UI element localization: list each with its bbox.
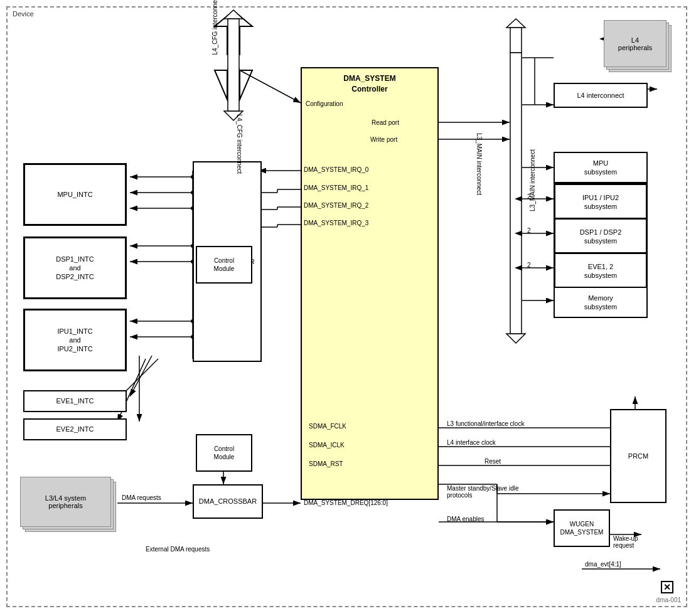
svg-marker-4: [215, 11, 252, 55]
svg-marker-16: [506, 334, 525, 343]
config-port-label: Configuration: [306, 100, 343, 107]
num2-ipu-label: 2: [527, 193, 531, 200]
control-module-top-block: Control Module: [196, 246, 252, 284]
l4-intf-clock-label: L4 interface clock: [447, 439, 496, 446]
irq3-label: DMA_SYSTEM_IRQ_3: [304, 220, 368, 226]
dreq-label: DMA_SYSTEM_DREQ[126:0]: [304, 499, 388, 506]
svg-rect-10: [228, 48, 239, 70]
sdma-iclk-label: SDMA_ICLK: [309, 442, 345, 449]
wugen-block: WUGEN DMA_SYSTEM: [554, 509, 610, 547]
sdma-fclk-label: SDMA_FCLK: [309, 423, 346, 430]
eve-subsystem-block: EVE1, 2 subsystem: [554, 252, 648, 290]
read-port-label: Read port: [372, 119, 399, 126]
diagram-container: Device: [6, 6, 687, 607]
irq2-label: DMA_SYSTEM_IRQ_2: [304, 202, 368, 209]
irq0-label: DMA_SYSTEM_IRQ_0: [304, 166, 368, 173]
svg-marker-6: [224, 10, 243, 19]
memory-subsystem-block: Memory subsystem: [554, 287, 648, 318]
svg-marker-14: [506, 19, 525, 28]
reset-label: Reset: [485, 458, 501, 465]
dma-evt-label: dma_evt[4:1]: [585, 561, 621, 568]
svg-rect-15: [510, 28, 522, 53]
mpu-subsystem-block: MPU subsystem: [554, 152, 648, 183]
svg-rect-9: [228, 68, 239, 111]
master-standby-label: Master standby/Slave idle protocols: [447, 478, 519, 499]
eve2-intc-block: EVE2_INTC: [23, 418, 127, 440]
device-label: Device: [13, 10, 34, 18]
l4-cfg-label: L4_CFG interconnect: [211, 0, 218, 55]
control-module-bottom-block: Control Module: [196, 434, 252, 472]
svg-rect-17: [510, 53, 522, 334]
num2-eve-label: 2: [527, 262, 531, 268]
external-dma-label: External DMA requests: [146, 546, 210, 553]
prcm-block: PRCM: [610, 409, 667, 503]
l3-main-label: L3_MAIN interconnect: [529, 149, 536, 211]
l4-cfg-interconnect-rotated: L4_CFG interconnect: [236, 114, 243, 174]
dma-controller-title: DMA_SYSTEM Controller: [302, 73, 437, 95]
num2-dsp-label: 2: [527, 227, 531, 234]
write-port-label: Write port: [370, 136, 397, 143]
eve1-intc-block: EVE1_INTC: [23, 390, 127, 412]
ipu-subsystem-block: IPU1 / IPU2 subsystem: [554, 183, 648, 221]
sdma-rst-label: SDMA_RST: [309, 460, 343, 467]
svg-line-58: [130, 356, 152, 396]
dma-controller-block: DMA_SYSTEM Controller: [301, 67, 439, 500]
svg-marker-5: [215, 70, 252, 114]
mpu-intc-block: MPU_INTC: [23, 163, 127, 226]
dma-requests-label: DMA requests: [122, 494, 161, 501]
l4-interconnect-block: L4 interconnect: [554, 83, 648, 108]
svg-rect-7: [228, 19, 239, 50]
irq1-label: DMA_SYSTEM_IRQ_1: [304, 184, 368, 191]
svg-line-13: [240, 70, 301, 103]
dsp-intc-block: DSP1_INTC and DSP2_INTC: [23, 236, 127, 299]
diagram-ref: dma-001: [656, 597, 681, 603]
dma-evt-symbol: ✕: [661, 581, 673, 593]
wakeup-request-label: Wake-up request: [613, 528, 638, 549]
l3-main-interconnect-rotated: L3_MAIN interconnect: [476, 133, 483, 195]
dma-enables-label: DMA enables: [447, 516, 484, 523]
ipu-intc-block: IPU1_INTC and IPU2_INTC: [23, 309, 127, 371]
dsp-subsystem-block: DSP1 / DSP2 subsystem: [554, 218, 648, 255]
l3-func-clock-label: L3 functional/interface clock: [447, 420, 524, 427]
dma-crossbar-block: DMA_CROSSBAR: [193, 484, 263, 519]
